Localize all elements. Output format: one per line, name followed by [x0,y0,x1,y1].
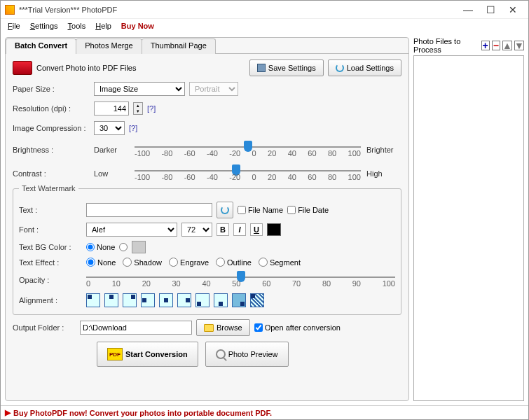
tab-batch-convert[interactable]: Batch Convert [6,38,76,54]
browse-button[interactable]: Browse [196,319,250,336]
underline-button[interactable]: U [250,223,263,236]
tab-body: Convert Photo into PDF Files Save Settin… [6,53,408,400]
contrast-slider[interactable]: -100-80-60-40-20020406080100 [135,164,361,183]
compression-help[interactable]: [?] [129,124,137,132]
status-bar: ▶ Buy PhotoPDF now! Convert your photos … [1,405,528,419]
opacity-slider[interactable]: 0102030405060708090100 [86,271,395,289]
resolution-spinner[interactable]: ▴▾ [133,102,143,115]
section-title: Convert Photo into PDF Files [36,64,136,72]
align-middle-left[interactable] [141,293,155,307]
paper-size-select[interactable]: Image Size [94,82,185,96]
bg-none-radio[interactable]: None [86,243,115,251]
wm-bg-label: Text BG Color : [19,243,82,251]
effect-segment-radio[interactable]: Segment [259,258,301,267]
align-top-right[interactable] [123,293,137,307]
minimize-button[interactable]: — [457,2,479,18]
tab-thumbnail-page[interactable]: Thumbnail Page [142,38,216,54]
folder-icon [204,324,214,332]
start-conversion-button[interactable]: PDFStart Conversion [97,342,198,367]
watermark-group: Text Watermark Text : File Name File Dat… [13,188,401,315]
wm-text-input[interactable] [86,203,212,217]
resolution-help[interactable]: [?] [147,104,156,113]
load-icon [336,64,344,72]
resolution-label: Resolution (dpi) : [13,104,90,113]
tab-strip: Batch Convert Photos Merge Thumbnail Pag… [6,38,408,53]
output-folder-label: Output Folder : [13,323,76,332]
load-settings-button[interactable]: Load Settings [328,59,401,76]
align-bottom-right[interactable] [232,293,246,307]
paper-size-label: Paper Size : [13,85,90,93]
menu-help[interactable]: Help [91,20,116,31]
font-color-swatch[interactable] [267,223,281,236]
wm-filedate-checkbox[interactable]: File Date [287,206,329,214]
compression-label: Image Compression : [13,124,90,132]
save-settings-button[interactable]: Save Settings [249,59,324,76]
bg-color-radio[interactable] [119,243,128,251]
add-file-button[interactable]: + [481,41,490,50]
effect-outline-radio[interactable]: Outline [216,258,252,267]
align-diagonal[interactable] [250,293,264,307]
close-button[interactable]: ✕ [502,2,524,18]
contrast-high: High [366,169,401,178]
menu-settings[interactable]: Settings [26,20,62,31]
magnifier-icon [216,349,226,359]
brightness-low: Darker [94,146,129,154]
maximize-button[interactable]: ☐ [479,2,502,18]
remove-file-button[interactable]: − [492,41,500,50]
tab-photos-merge[interactable]: Photos Merge [76,38,142,54]
output-folder-input[interactable] [80,321,192,335]
main-panel: Batch Convert Photos Merge Thumbnail Pag… [5,37,409,401]
wm-text-label: Text : [19,206,82,214]
wm-filename-checkbox[interactable]: File Name [238,206,283,214]
align-top-left[interactable] [86,293,100,307]
photo-preview-button[interactable]: Photo Preview [205,342,289,367]
wm-effect-label: Text Effect : [19,258,82,267]
bg-color-swatch[interactable] [132,241,146,253]
effect-radio-group: NoneShadowEngraveOutlineSegment [86,258,301,267]
brightness-high: Brighter [366,146,401,154]
status-message[interactable]: Buy PhotoPDF now! Convert your photos in… [13,409,272,417]
watermark-legend: Text Watermark [19,184,78,192]
compression-select[interactable]: 30 [94,121,125,135]
refresh-icon [221,206,229,214]
contrast-label: Contrast : [13,169,90,178]
wm-font-label: Font : [19,225,82,234]
resolution-input[interactable] [94,102,129,115]
app-icon [5,5,15,15]
brightness-slider[interactable]: -100-80-60-40-20020406080100 [135,141,361,159]
effect-shadow-radio[interactable]: Shadow [123,258,162,267]
file-list[interactable] [413,55,524,401]
move-down-button[interactable]: ▼ [514,41,524,50]
menubar: File Settings Tools Help Buy Now [1,19,528,33]
align-middle-center[interactable] [159,293,173,307]
wm-refresh-button[interactable] [217,202,233,218]
files-label: Photo Files to Process [413,37,479,54]
pdf-icon: PDF [107,348,123,360]
arrow-icon: ▶ [5,408,11,417]
open-after-checkbox[interactable]: Open after conversion [254,323,341,332]
wm-font-select[interactable]: Alef [86,223,177,237]
orientation-select: Portrait [189,82,238,96]
window-title: ***Trial Version*** PhotoPDF [19,6,457,14]
titlebar: ***Trial Version*** PhotoPDF — ☐ ✕ [1,1,528,19]
align-bottom-center[interactable] [214,293,228,307]
section-header: Convert Photo into PDF Files Save Settin… [13,59,401,76]
contrast-low: Low [94,169,129,178]
bold-button[interactable]: B [217,223,229,236]
wm-opacity-label: Opacity : [19,276,82,284]
align-top-center[interactable] [104,293,118,307]
align-middle-right[interactable] [177,293,191,307]
content-area: Batch Convert Photos Merge Thumbnail Pag… [1,33,528,405]
wm-align-label: Alignment : [19,296,82,304]
effect-none-radio[interactable]: None [86,258,116,267]
app-window: ***Trial Version*** PhotoPDF — ☐ ✕ File … [0,0,529,420]
menu-buy-now[interactable]: Buy Now [117,20,158,31]
wm-fontsize-select[interactable]: 72 [181,223,212,237]
move-up-button[interactable]: ▲ [502,41,512,50]
menu-tools[interactable]: Tools [64,20,90,31]
align-bottom-left[interactable] [195,293,209,307]
effect-engrave-radio[interactable]: Engrave [169,258,209,267]
menu-file[interactable]: File [4,20,25,31]
brightness-label: Brightness : [13,146,90,154]
italic-button[interactable]: I [233,223,246,236]
